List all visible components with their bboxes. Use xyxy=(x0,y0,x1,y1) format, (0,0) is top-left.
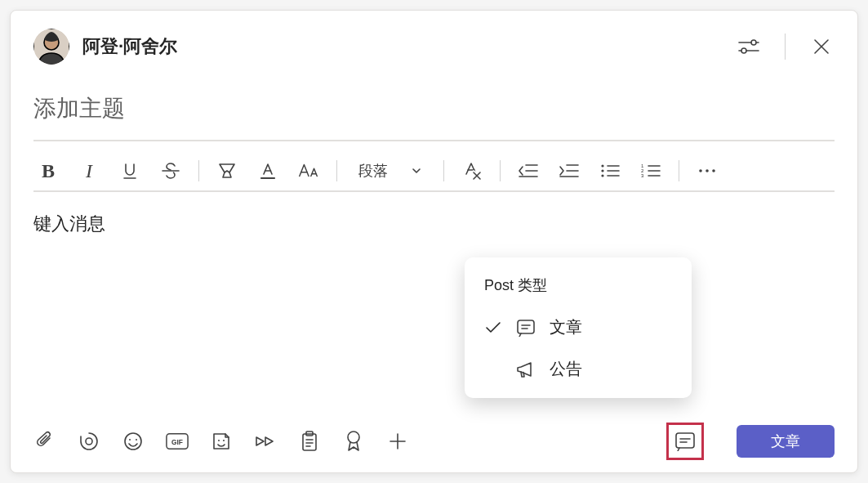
font-color-button[interactable] xyxy=(256,159,279,182)
send-button-label: 文章 xyxy=(771,432,800,451)
subject-input[interactable] xyxy=(33,96,835,122)
body-area xyxy=(33,192,835,425)
post-type-option-label: 文章 xyxy=(550,316,582,338)
svg-point-38 xyxy=(125,433,141,449)
post-type-option-announcement[interactable]: 公告 xyxy=(465,348,692,390)
post-type-option-label: 公告 xyxy=(550,358,582,380)
svg-point-44 xyxy=(223,440,225,441)
stream-icon[interactable] xyxy=(254,430,277,453)
avatar xyxy=(33,29,69,65)
subject-row xyxy=(33,96,835,141)
header-row: 阿登·阿舍尔 xyxy=(33,25,835,68)
svg-point-6 xyxy=(741,48,746,53)
post-type-button[interactable] xyxy=(666,423,704,460)
svg-rect-56 xyxy=(518,320,534,333)
fmt-group-indent: 123 xyxy=(501,159,679,182)
header-actions xyxy=(736,34,835,60)
close-icon[interactable] xyxy=(808,34,835,60)
svg-point-37 xyxy=(86,438,92,445)
plus-icon[interactable] xyxy=(386,430,409,453)
settings-sliders-icon[interactable] xyxy=(736,34,762,60)
underline-button[interactable] xyxy=(118,159,141,182)
bold-button[interactable]: B xyxy=(37,159,60,182)
svg-point-35 xyxy=(706,169,709,172)
strikethrough-button[interactable] xyxy=(159,159,182,182)
message-body-input[interactable] xyxy=(33,212,835,297)
svg-point-36 xyxy=(712,169,715,172)
svg-rect-53 xyxy=(676,433,694,448)
svg-text:3: 3 xyxy=(641,173,644,178)
post-type-popup: Post 类型 文章 公告 xyxy=(465,257,692,398)
italic-button[interactable]: I xyxy=(78,159,100,182)
paperclip-icon[interactable] xyxy=(33,430,56,453)
increase-indent-button[interactable] xyxy=(558,159,581,182)
svg-point-50 xyxy=(348,432,359,443)
check-icon xyxy=(484,321,502,334)
clipboard-icon[interactable] xyxy=(298,430,321,453)
fmt-group-more xyxy=(679,159,735,182)
chevron-down-icon xyxy=(411,165,422,177)
font-size-button[interactable] xyxy=(297,159,320,182)
fmt-group-style: 段落 xyxy=(337,159,443,182)
compose-card: 阿登·阿舍尔 B I xyxy=(10,10,858,473)
svg-point-23 xyxy=(601,169,603,172)
paragraph-style-dropdown[interactable]: 段落 xyxy=(354,161,427,181)
paragraph-style-label: 段落 xyxy=(358,161,388,181)
fmt-group-clear xyxy=(444,159,500,182)
format-toolbar: B I 段落 xyxy=(33,151,835,192)
praise-badge-icon[interactable] xyxy=(342,430,365,453)
author-name: 阿登·阿舍尔 xyxy=(82,34,723,59)
post-type-option-conversation[interactable]: 文章 xyxy=(465,306,692,348)
numbered-list-button[interactable]: 123 xyxy=(639,159,662,182)
clear-formatting-button[interactable] xyxy=(461,159,483,182)
gif-icon[interactable]: GIF xyxy=(166,430,189,453)
fmt-group-basic: B I xyxy=(33,159,198,182)
svg-rect-45 xyxy=(303,434,316,450)
bottom-toolbar: GIF 文章 xyxy=(33,425,835,458)
bullet-list-button[interactable] xyxy=(599,159,621,182)
highlighter-button[interactable] xyxy=(216,159,238,182)
send-button[interactable]: 文章 xyxy=(737,425,835,458)
post-type-icon xyxy=(674,432,696,451)
svg-point-34 xyxy=(699,169,702,172)
loop-icon[interactable] xyxy=(78,430,100,453)
svg-point-39 xyxy=(129,439,131,441)
vertical-divider xyxy=(785,34,786,60)
megaphone-icon xyxy=(515,359,536,380)
svg-point-4 xyxy=(751,40,756,45)
conversation-icon xyxy=(515,317,536,338)
svg-point-24 xyxy=(601,174,603,177)
svg-point-40 xyxy=(136,439,137,441)
more-formatting-button[interactable] xyxy=(696,159,719,182)
sticker-icon[interactable] xyxy=(210,430,233,453)
svg-point-22 xyxy=(601,164,603,167)
decrease-indent-button[interactable] xyxy=(517,159,540,182)
svg-text:GIF: GIF xyxy=(171,438,183,446)
emoji-icon[interactable] xyxy=(122,430,145,453)
svg-point-43 xyxy=(218,440,220,441)
post-type-popup-title: Post 类型 xyxy=(465,271,692,306)
fmt-group-color xyxy=(199,159,336,182)
